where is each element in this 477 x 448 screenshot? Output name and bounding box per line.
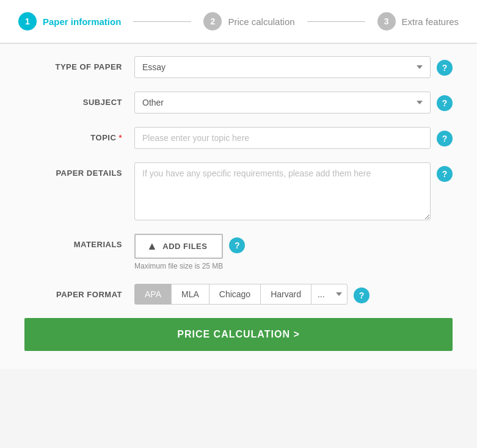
add-files-button[interactable]: ▲ ADD FILES — [134, 234, 223, 259]
type-of-paper-row: TYPE OF PAPER Essay Research Paper Term … — [24, 56, 453, 78]
topic-row: TOPIC * ? — [24, 127, 453, 149]
materials-help[interactable]: ? — [229, 237, 245, 253]
topic-input[interactable] — [134, 127, 431, 149]
format-harvard-button[interactable]: Harvard — [260, 284, 311, 305]
step-1[interactable]: 1 Paper information — [18, 12, 121, 31]
step-line-2 — [307, 21, 365, 22]
file-size-note: Maximum file size is 25 MB — [134, 262, 223, 270]
materials-label: MATERIALS — [24, 234, 134, 249]
step-2-circle: 2 — [203, 12, 222, 31]
paper-details-label: PAPER DETAILS — [24, 162, 134, 178]
type-of-paper-label: TYPE OF PAPER — [24, 56, 134, 71]
format-chicago-button[interactable]: Chicago — [209, 284, 261, 305]
step-3-circle: 3 — [377, 12, 396, 31]
subject-label: SUBJECT — [24, 92, 134, 107]
paper-format-row: PAPER FORMAT APA MLA Chicago Harvard ...… — [24, 284, 453, 305]
upload-icon: ▲ — [147, 240, 158, 253]
format-mla-button[interactable]: MLA — [171, 284, 209, 305]
paper-format-label: PAPER FORMAT — [24, 284, 134, 299]
format-apa-button[interactable]: APA — [134, 284, 172, 305]
materials-inner: ▲ ADD FILES Maximum file size is 25 MB — [134, 234, 223, 270]
stepper: 1 Paper information 2 Price calculation … — [0, 0, 477, 44]
type-of-paper-select[interactable]: Essay Research Paper Term Paper Coursewo… — [134, 56, 431, 78]
step-line-1 — [133, 21, 191, 22]
format-more-select[interactable]: ... Turabian IEEE Vancouver — [311, 284, 348, 305]
price-calculation-button[interactable]: PRICE CALCULATION > — [24, 318, 453, 351]
format-more-wrap: ... Turabian IEEE Vancouver — [311, 284, 348, 305]
topic-required-marker: * — [118, 133, 122, 142]
type-of-paper-help[interactable]: ? — [437, 60, 453, 76]
subject-select[interactable]: Other English History Science Math Busin… — [134, 92, 431, 114]
step-2-label: Price calculation — [228, 16, 294, 27]
paper-details-wrap: ? — [134, 162, 453, 220]
topic-label: TOPIC * — [24, 127, 134, 142]
subject-help[interactable]: ? — [437, 95, 453, 111]
paper-details-help[interactable]: ? — [437, 166, 453, 182]
paper-details-textarea[interactable] — [134, 162, 431, 220]
add-files-label: ADD FILES — [162, 242, 207, 251]
form-area: TYPE OF PAPER Essay Research Paper Term … — [0, 44, 477, 369]
paper-details-row: PAPER DETAILS ? — [24, 162, 453, 220]
step-3[interactable]: 3 Extra features — [377, 12, 459, 31]
format-options: APA MLA Chicago Harvard ... Turabian IEE… — [134, 284, 348, 305]
paper-format-wrap: APA MLA Chicago Harvard ... Turabian IEE… — [134, 284, 453, 305]
paper-format-help[interactable]: ? — [354, 287, 370, 303]
topic-help[interactable]: ? — [437, 131, 453, 146]
type-of-paper-wrap: Essay Research Paper Term Paper Coursewo… — [134, 56, 453, 78]
subject-row: SUBJECT Other English History Science Ma… — [24, 92, 453, 114]
topic-wrap: ? — [134, 127, 453, 149]
step-2[interactable]: 2 Price calculation — [203, 12, 294, 31]
materials-row: MATERIALS ▲ ADD FILES Maximum file size … — [24, 234, 453, 270]
subject-wrap: Other English History Science Math Busin… — [134, 92, 453, 114]
step-1-circle: 1 — [18, 12, 37, 31]
materials-wrap: ▲ ADD FILES Maximum file size is 25 MB ? — [134, 234, 453, 270]
step-1-label: Paper information — [43, 16, 121, 27]
step-3-label: Extra features — [402, 16, 459, 27]
